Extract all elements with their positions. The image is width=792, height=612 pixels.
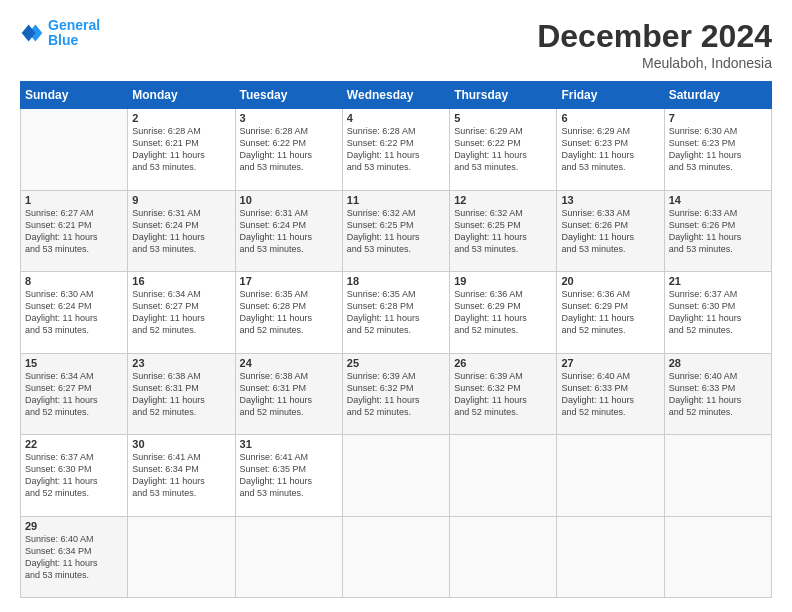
calendar-cell (128, 516, 235, 598)
calendar-week-row: 2Sunrise: 6:28 AM Sunset: 6:21 PM Daylig… (21, 109, 772, 191)
calendar-title: December 2024 (537, 18, 772, 55)
day-info: Sunrise: 6:27 AM Sunset: 6:21 PM Dayligh… (25, 207, 123, 256)
calendar-cell: 22Sunrise: 6:37 AM Sunset: 6:30 PM Dayli… (21, 435, 128, 517)
day-number: 4 (347, 112, 445, 124)
day-number: 17 (240, 275, 338, 287)
calendar-cell (664, 435, 771, 517)
column-header-saturday: Saturday (664, 82, 771, 109)
day-number: 24 (240, 357, 338, 369)
day-info: Sunrise: 6:38 AM Sunset: 6:31 PM Dayligh… (132, 370, 230, 419)
calendar-cell (342, 435, 449, 517)
day-info: Sunrise: 6:36 AM Sunset: 6:29 PM Dayligh… (561, 288, 659, 337)
calendar-cell (235, 516, 342, 598)
day-info: Sunrise: 6:34 AM Sunset: 6:27 PM Dayligh… (132, 288, 230, 337)
day-number: 20 (561, 275, 659, 287)
day-info: Sunrise: 6:28 AM Sunset: 6:21 PM Dayligh… (132, 125, 230, 174)
logo-icon (20, 21, 44, 45)
calendar-cell: 4Sunrise: 6:28 AM Sunset: 6:22 PM Daylig… (342, 109, 449, 191)
day-info: Sunrise: 6:35 AM Sunset: 6:28 PM Dayligh… (347, 288, 445, 337)
day-number: 16 (132, 275, 230, 287)
day-number: 11 (347, 194, 445, 206)
day-number: 31 (240, 438, 338, 450)
day-number: 8 (25, 275, 123, 287)
calendar-week-row: 8Sunrise: 6:30 AM Sunset: 6:24 PM Daylig… (21, 272, 772, 354)
calendar-cell: 27Sunrise: 6:40 AM Sunset: 6:33 PM Dayli… (557, 353, 664, 435)
day-info: Sunrise: 6:37 AM Sunset: 6:30 PM Dayligh… (669, 288, 767, 337)
calendar-cell: 10Sunrise: 6:31 AM Sunset: 6:24 PM Dayli… (235, 190, 342, 272)
calendar-cell: 31Sunrise: 6:41 AM Sunset: 6:35 PM Dayli… (235, 435, 342, 517)
day-number: 19 (454, 275, 552, 287)
day-info: Sunrise: 6:29 AM Sunset: 6:22 PM Dayligh… (454, 125, 552, 174)
calendar-cell (450, 435, 557, 517)
calendar-cell: 9Sunrise: 6:31 AM Sunset: 6:24 PM Daylig… (128, 190, 235, 272)
calendar-cell: 17Sunrise: 6:35 AM Sunset: 6:28 PM Dayli… (235, 272, 342, 354)
day-number: 28 (669, 357, 767, 369)
day-number: 14 (669, 194, 767, 206)
day-number: 12 (454, 194, 552, 206)
calendar-cell: 12Sunrise: 6:32 AM Sunset: 6:25 PM Dayli… (450, 190, 557, 272)
calendar-cell: 30Sunrise: 6:41 AM Sunset: 6:34 PM Dayli… (128, 435, 235, 517)
logo-text: General Blue (48, 18, 100, 49)
day-info: Sunrise: 6:33 AM Sunset: 6:26 PM Dayligh… (669, 207, 767, 256)
calendar-cell (557, 516, 664, 598)
calendar-cell: 18Sunrise: 6:35 AM Sunset: 6:28 PM Dayli… (342, 272, 449, 354)
day-info: Sunrise: 6:29 AM Sunset: 6:23 PM Dayligh… (561, 125, 659, 174)
column-header-thursday: Thursday (450, 82, 557, 109)
day-info: Sunrise: 6:40 AM Sunset: 6:33 PM Dayligh… (561, 370, 659, 419)
day-number: 22 (25, 438, 123, 450)
calendar-table: SundayMondayTuesdayWednesdayThursdayFrid… (20, 81, 772, 598)
day-info: Sunrise: 6:32 AM Sunset: 6:25 PM Dayligh… (454, 207, 552, 256)
calendar-cell: 2Sunrise: 6:28 AM Sunset: 6:21 PM Daylig… (128, 109, 235, 191)
calendar-cell: 6Sunrise: 6:29 AM Sunset: 6:23 PM Daylig… (557, 109, 664, 191)
calendar-cell (21, 109, 128, 191)
day-number: 21 (669, 275, 767, 287)
day-info: Sunrise: 6:35 AM Sunset: 6:28 PM Dayligh… (240, 288, 338, 337)
day-info: Sunrise: 6:40 AM Sunset: 6:34 PM Dayligh… (25, 533, 123, 582)
day-number: 6 (561, 112, 659, 124)
calendar-cell: 5Sunrise: 6:29 AM Sunset: 6:22 PM Daylig… (450, 109, 557, 191)
calendar-cell: 21Sunrise: 6:37 AM Sunset: 6:30 PM Dayli… (664, 272, 771, 354)
day-info: Sunrise: 6:38 AM Sunset: 6:31 PM Dayligh… (240, 370, 338, 419)
day-info: Sunrise: 6:28 AM Sunset: 6:22 PM Dayligh… (240, 125, 338, 174)
day-info: Sunrise: 6:32 AM Sunset: 6:25 PM Dayligh… (347, 207, 445, 256)
day-number: 2 (132, 112, 230, 124)
column-header-tuesday: Tuesday (235, 82, 342, 109)
calendar-cell: 19Sunrise: 6:36 AM Sunset: 6:29 PM Dayli… (450, 272, 557, 354)
day-info: Sunrise: 6:39 AM Sunset: 6:32 PM Dayligh… (347, 370, 445, 419)
calendar-cell: 16Sunrise: 6:34 AM Sunset: 6:27 PM Dayli… (128, 272, 235, 354)
day-number: 5 (454, 112, 552, 124)
title-block: December 2024 Meulaboh, Indonesia (537, 18, 772, 71)
day-info: Sunrise: 6:33 AM Sunset: 6:26 PM Dayligh… (561, 207, 659, 256)
day-number: 25 (347, 357, 445, 369)
calendar-cell: 7Sunrise: 6:30 AM Sunset: 6:23 PM Daylig… (664, 109, 771, 191)
day-number: 26 (454, 357, 552, 369)
day-number: 18 (347, 275, 445, 287)
calendar-cell: 3Sunrise: 6:28 AM Sunset: 6:22 PM Daylig… (235, 109, 342, 191)
day-info: Sunrise: 6:30 AM Sunset: 6:24 PM Dayligh… (25, 288, 123, 337)
day-number: 10 (240, 194, 338, 206)
day-info: Sunrise: 6:31 AM Sunset: 6:24 PM Dayligh… (132, 207, 230, 256)
page: General Blue December 2024 Meulaboh, Ind… (0, 0, 792, 612)
calendar-header-row: SundayMondayTuesdayWednesdayThursdayFrid… (21, 82, 772, 109)
calendar-cell (450, 516, 557, 598)
calendar-cell: 28Sunrise: 6:40 AM Sunset: 6:33 PM Dayli… (664, 353, 771, 435)
calendar-cell: 13Sunrise: 6:33 AM Sunset: 6:26 PM Dayli… (557, 190, 664, 272)
calendar-cell (557, 435, 664, 517)
calendar-cell: 25Sunrise: 6:39 AM Sunset: 6:32 PM Dayli… (342, 353, 449, 435)
day-info: Sunrise: 6:36 AM Sunset: 6:29 PM Dayligh… (454, 288, 552, 337)
calendar-cell (342, 516, 449, 598)
calendar-cell: 15Sunrise: 6:34 AM Sunset: 6:27 PM Dayli… (21, 353, 128, 435)
day-number: 13 (561, 194, 659, 206)
day-info: Sunrise: 6:41 AM Sunset: 6:35 PM Dayligh… (240, 451, 338, 500)
logo-line1: General (48, 17, 100, 33)
day-number: 15 (25, 357, 123, 369)
day-info: Sunrise: 6:40 AM Sunset: 6:33 PM Dayligh… (669, 370, 767, 419)
calendar-cell (664, 516, 771, 598)
calendar-cell: 20Sunrise: 6:36 AM Sunset: 6:29 PM Dayli… (557, 272, 664, 354)
day-info: Sunrise: 6:41 AM Sunset: 6:34 PM Dayligh… (132, 451, 230, 500)
day-number: 7 (669, 112, 767, 124)
calendar-cell: 26Sunrise: 6:39 AM Sunset: 6:32 PM Dayli… (450, 353, 557, 435)
calendar-week-row: 22Sunrise: 6:37 AM Sunset: 6:30 PM Dayli… (21, 435, 772, 517)
column-header-friday: Friday (557, 82, 664, 109)
day-info: Sunrise: 6:34 AM Sunset: 6:27 PM Dayligh… (25, 370, 123, 419)
